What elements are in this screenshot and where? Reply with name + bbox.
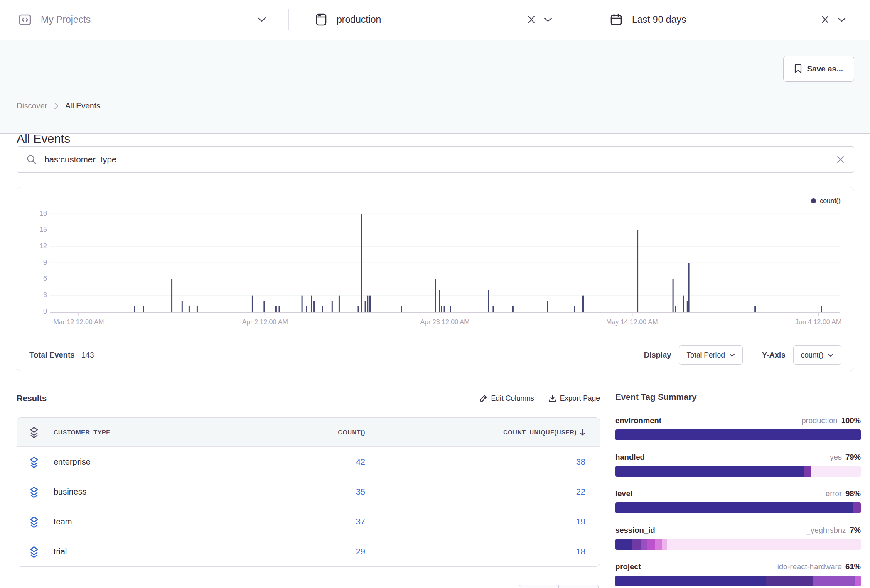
tag-bar-segment — [615, 539, 632, 550]
tag-percent: 7% — [850, 526, 861, 535]
edit-columns-button[interactable]: Edit Columns — [479, 394, 534, 403]
search-input[interactable] — [44, 154, 836, 164]
chart-spike — [322, 306, 323, 312]
tag-bar-segment — [811, 466, 861, 477]
row-layers-icon[interactable] — [29, 456, 54, 469]
chart-spike — [439, 290, 440, 312]
chart-spike — [687, 301, 688, 312]
pagination — [519, 585, 599, 588]
chart-spike — [302, 296, 303, 312]
tag-distribution-bar[interactable] — [615, 576, 861, 586]
export-page-label: Export Page — [560, 394, 600, 403]
tag-bar-segment — [641, 539, 647, 550]
column-header-count-unique-user[interactable]: COUNT_UNIQUE(USER) — [365, 429, 585, 436]
y-axis-label: Y-Axis — [762, 350, 786, 360]
project-selector[interactable]: My Projects — [0, 0, 288, 39]
pagination-next-button[interactable] — [558, 585, 599, 588]
y-axis-select-value: count() — [801, 351, 823, 360]
search-clear-icon[interactable] — [836, 155, 845, 164]
y-axis-select[interactable]: count() — [793, 345, 841, 365]
save-as-button[interactable]: Save as... — [783, 56, 854, 82]
column-header-count[interactable]: COUNT() — [241, 429, 365, 436]
timerange-clear-icon[interactable] — [817, 11, 833, 28]
chart-spike — [444, 306, 445, 312]
chart-spike — [171, 279, 172, 312]
x-axis-tick-label: Mar 12 12:00 AM — [53, 318, 104, 326]
search-bar[interactable] — [17, 146, 854, 173]
chart-spike — [189, 306, 190, 312]
x-axis-tick-label: May 14 12:00 AM — [606, 318, 658, 326]
chart-spike — [754, 306, 756, 312]
cell-count-unique-user-link[interactable]: 38 — [365, 457, 585, 467]
chart-spike — [450, 306, 451, 312]
tag-percent: 61% — [845, 562, 861, 571]
environment-icon — [315, 13, 327, 26]
breadcrumb-chevron-right-icon — [54, 102, 59, 110]
tag-bar-segment — [615, 576, 766, 586]
row-layers-icon[interactable] — [29, 515, 54, 529]
projects-icon — [18, 13, 32, 26]
environment-chevron-down-icon[interactable] — [540, 11, 556, 28]
tag-distribution-bar[interactable] — [615, 539, 861, 550]
timerange-chevron-down-icon[interactable] — [833, 11, 850, 28]
y-axis-tick-label: 12 — [24, 243, 47, 250]
events-chart-panel: count() 0369121518 Mar 12 12:00 AMApr 2 … — [17, 187, 854, 371]
global-header: My Projects production — [0, 0, 870, 39]
breadcrumb-discover-link[interactable]: Discover — [17, 101, 47, 110]
tag-distribution-bar[interactable] — [615, 502, 861, 513]
cell-count-unique-user-link[interactable]: 22 — [365, 487, 585, 497]
pagination-prev-button[interactable] — [519, 585, 559, 588]
timerange-selector[interactable]: Last 90 days — [583, 0, 870, 39]
chart-spike — [332, 301, 333, 312]
chart-spike — [637, 230, 638, 312]
tag-name: level — [615, 489, 632, 498]
chart-spike — [401, 306, 402, 312]
bookmark-icon — [794, 64, 802, 74]
cell-count-link[interactable]: 37 — [241, 517, 365, 527]
chart-spike — [367, 296, 368, 312]
total-events-label: Total Events — [29, 350, 75, 360]
chart-spike — [675, 306, 676, 312]
display-select[interactable]: Total Period — [679, 345, 743, 365]
chart-spike — [369, 296, 371, 312]
search-icon — [26, 154, 37, 165]
tag-percent: 79% — [845, 453, 861, 462]
tag-distribution-bar[interactable] — [615, 466, 861, 477]
row-layers-icon[interactable] — [29, 545, 54, 559]
chart-spike — [358, 306, 359, 312]
chart-spike — [197, 306, 198, 312]
tag-distribution-bar[interactable] — [615, 429, 861, 440]
y-axis-tick-label: 6 — [24, 275, 47, 282]
event-tag-list: environmentproduction100%handledyes79%le… — [615, 416, 861, 586]
cell-count-link[interactable]: 42 — [241, 457, 365, 467]
cell-count-link[interactable]: 35 — [241, 487, 365, 497]
column-header-customer-type[interactable]: CUSTOMER_TYPE — [54, 429, 241, 436]
cell-count-unique-user-link[interactable]: 19 — [365, 517, 585, 527]
chart-spike — [279, 306, 280, 312]
environment-selector[interactable]: production — [288, 0, 583, 39]
chart-spike — [361, 214, 362, 312]
tag-top-value: error — [826, 489, 842, 498]
tag-bar-segment — [804, 466, 811, 477]
table-row: enterprise4238 — [17, 447, 600, 477]
table-row: trial2918 — [17, 537, 600, 566]
layers-icon — [29, 426, 54, 439]
breadcrumb: Discover All Events — [17, 101, 100, 110]
results-header: Results Edit Columns Export Page — [17, 394, 600, 403]
chart-spike — [134, 306, 135, 312]
project-chevron-down-icon[interactable] — [253, 11, 270, 28]
cell-count-unique-user-link[interactable]: 18 — [365, 547, 585, 556]
y-axis-tick-label: 0 — [24, 308, 47, 315]
export-page-button[interactable]: Export Page — [548, 394, 600, 403]
row-layers-icon[interactable] — [29, 485, 54, 499]
cell-customer-type: trial — [54, 547, 241, 556]
cell-count-link[interactable]: 29 — [241, 547, 365, 556]
results-title: Results — [17, 394, 47, 403]
tag-bar-segment — [615, 502, 853, 513]
timerange-selector-label: Last 90 days — [632, 14, 686, 25]
y-axis-tick-label: 9 — [24, 259, 47, 266]
environment-clear-icon[interactable] — [523, 11, 540, 28]
tag-top-value: yes — [830, 453, 842, 462]
x-axis-tick-label: Apr 23 12:00 AM — [420, 318, 469, 326]
y-axis-tick-label: 3 — [24, 292, 47, 299]
